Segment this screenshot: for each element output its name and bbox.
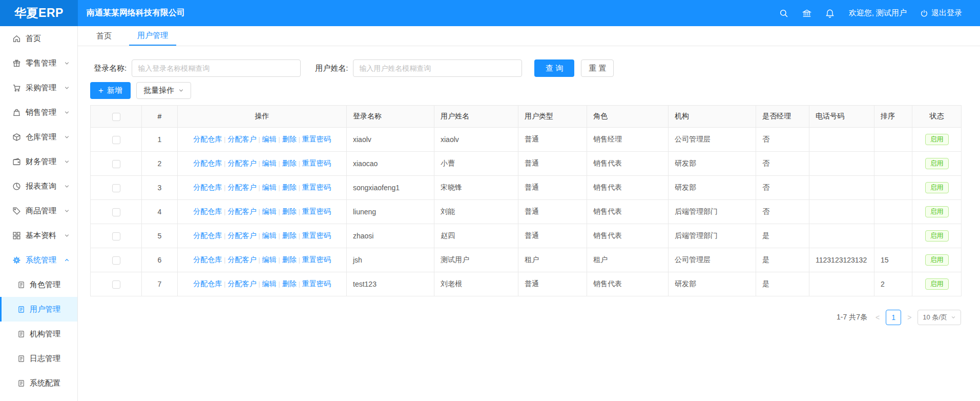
- delete-link[interactable]: 删除: [282, 183, 297, 191]
- reset-password-link[interactable]: 重置密码: [302, 183, 331, 191]
- sidebar-subitem-config[interactable]: 系统配置: [0, 371, 77, 395]
- document-icon: [17, 379, 25, 387]
- app-logo[interactable]: 华夏ERP: [0, 0, 78, 26]
- login-name-input[interactable]: [132, 59, 301, 77]
- sidebar-subitem-roles[interactable]: 角色管理: [0, 272, 77, 297]
- reset-password-link[interactable]: 重置密码: [302, 159, 331, 167]
- delete-link[interactable]: 删除: [282, 135, 297, 143]
- sidebar-item-purchase[interactable]: 采购管理: [0, 75, 77, 100]
- status-badge: 启用: [925, 134, 949, 146]
- assign-customer-link[interactable]: 分配客户: [227, 159, 256, 167]
- sidebar-item-label: 用户管理: [30, 305, 60, 314]
- row-checkbox[interactable]: [112, 208, 120, 216]
- search-button[interactable]: 查 询: [534, 59, 574, 77]
- next-page-button[interactable]: >: [906, 313, 913, 322]
- bell-icon[interactable]: [825, 9, 835, 18]
- link-separator: |: [224, 136, 225, 143]
- row-checkbox[interactable]: [112, 136, 120, 144]
- sidebar-item-finance[interactable]: 财务管理: [0, 149, 77, 174]
- sidebar-item-system[interactable]: 系统管理: [0, 248, 77, 272]
- cell-name: xiaolv: [434, 128, 518, 152]
- cell-org: 后端管理部门: [669, 200, 756, 224]
- document-icon: [17, 330, 25, 338]
- col-header-phone: 电话号码: [809, 106, 874, 128]
- reset-password-link[interactable]: 重置密码: [302, 207, 331, 215]
- reset-password-link[interactable]: 重置密码: [302, 231, 331, 239]
- assign-warehouse-link[interactable]: 分配仓库: [193, 207, 222, 215]
- assign-warehouse-link[interactable]: 分配仓库: [193, 183, 222, 191]
- edit-link[interactable]: 编辑: [262, 279, 277, 288]
- assign-warehouse-link[interactable]: 分配仓库: [193, 279, 222, 288]
- row-checkbox[interactable]: [112, 160, 120, 168]
- reset-button[interactable]: 重 置: [581, 59, 614, 77]
- cell-phone: [809, 128, 874, 152]
- sidebar-subitem-orgs[interactable]: 机构管理: [0, 322, 77, 346]
- chevron-down-icon: [64, 184, 70, 189]
- delete-link[interactable]: 删除: [282, 207, 297, 215]
- tab-user-management[interactable]: 用户管理: [129, 26, 176, 46]
- link-separator: |: [279, 232, 280, 239]
- sidebar-item-warehouse[interactable]: 仓库管理: [0, 125, 77, 149]
- delete-link[interactable]: 删除: [282, 159, 297, 167]
- edit-link[interactable]: 编辑: [262, 207, 277, 215]
- bank-icon[interactable]: [802, 9, 811, 18]
- search-icon[interactable]: [779, 9, 788, 18]
- sidebar-subitem-users[interactable]: 用户管理: [0, 297, 77, 322]
- assign-warehouse-link[interactable]: 分配仓库: [193, 159, 222, 167]
- user-name-input[interactable]: [353, 59, 522, 77]
- col-header-status: 状态: [912, 106, 962, 128]
- page-size-select[interactable]: 10 条/页: [918, 310, 961, 325]
- sidebar-item-home[interactable]: 首页: [0, 26, 77, 51]
- edit-link[interactable]: 编辑: [262, 231, 277, 239]
- reset-password-link[interactable]: 重置密码: [302, 135, 331, 143]
- table-header-row: # 操作 登录名称 用户姓名 用户类型 角色 机构 是否经理 电话号码 排序 状…: [91, 106, 962, 128]
- delete-link[interactable]: 删除: [282, 231, 297, 239]
- assign-customer-link[interactable]: 分配客户: [227, 183, 256, 191]
- logout-button[interactable]: 退出登录: [920, 8, 962, 18]
- sidebar-item-sales[interactable]: 销售管理: [0, 100, 77, 125]
- sales-icon: [12, 108, 21, 117]
- cell-manager: 是: [756, 272, 809, 296]
- welcome-user[interactable]: 欢迎您, 测试用户: [849, 8, 907, 18]
- topbar-actions: 欢迎您, 测试用户 退出登录: [765, 8, 980, 18]
- row-checkbox[interactable]: [112, 280, 120, 289]
- batch-actions-button[interactable]: 批量操作: [136, 82, 191, 99]
- sidebar-item-goods[interactable]: 商品管理: [0, 198, 77, 223]
- edit-link[interactable]: 编辑: [262, 255, 277, 264]
- reset-password-link[interactable]: 重置密码: [302, 279, 331, 288]
- cell-login: test123: [347, 272, 434, 296]
- prev-page-button[interactable]: <: [874, 313, 881, 322]
- cell-phone: [809, 272, 874, 296]
- row-checkbox[interactable]: [112, 256, 120, 265]
- table-row: 2 分配仓库|分配客户|编辑|删除|重置密码 xiaocao 小曹 普通 销售代…: [91, 152, 962, 176]
- sidebar-item-label: 零售管理: [26, 58, 56, 68]
- assign-customer-link[interactable]: 分配客户: [227, 255, 256, 264]
- edit-link[interactable]: 编辑: [262, 135, 277, 143]
- assign-customer-link[interactable]: 分配客户: [227, 231, 256, 239]
- cell-sort: [874, 200, 912, 224]
- assign-warehouse-link[interactable]: 分配仓库: [193, 135, 222, 143]
- current-page-button[interactable]: 1: [886, 310, 901, 325]
- sidebar-item-reports[interactable]: 报表查询: [0, 174, 77, 198]
- edit-link[interactable]: 编辑: [262, 159, 277, 167]
- delete-link[interactable]: 删除: [282, 279, 297, 288]
- tab-home[interactable]: 首页: [88, 26, 120, 46]
- reset-password-link[interactable]: 重置密码: [302, 255, 331, 264]
- assign-customer-link[interactable]: 分配客户: [227, 207, 256, 215]
- row-checkbox[interactable]: [112, 184, 120, 192]
- sidebar-item-basicdata[interactable]: 基本资料: [0, 223, 77, 248]
- sidebar-item-retail[interactable]: 零售管理: [0, 51, 77, 75]
- assign-warehouse-link[interactable]: 分配仓库: [193, 255, 222, 264]
- add-button[interactable]: + 新增: [90, 82, 131, 99]
- assign-warehouse-link[interactable]: 分配仓库: [193, 231, 222, 239]
- edit-link[interactable]: 编辑: [262, 183, 277, 191]
- assign-customer-link[interactable]: 分配客户: [227, 135, 256, 143]
- sidebar-subitem-logs[interactable]: 日志管理: [0, 346, 77, 371]
- row-checkbox[interactable]: [112, 232, 120, 240]
- assign-customer-link[interactable]: 分配客户: [227, 279, 256, 288]
- delete-link[interactable]: 删除: [282, 255, 297, 264]
- sidebar-item-label: 销售管理: [26, 108, 56, 117]
- col-header-sort: 排序: [874, 106, 912, 128]
- cell-sort: [874, 128, 912, 152]
- select-all-checkbox[interactable]: [112, 113, 120, 121]
